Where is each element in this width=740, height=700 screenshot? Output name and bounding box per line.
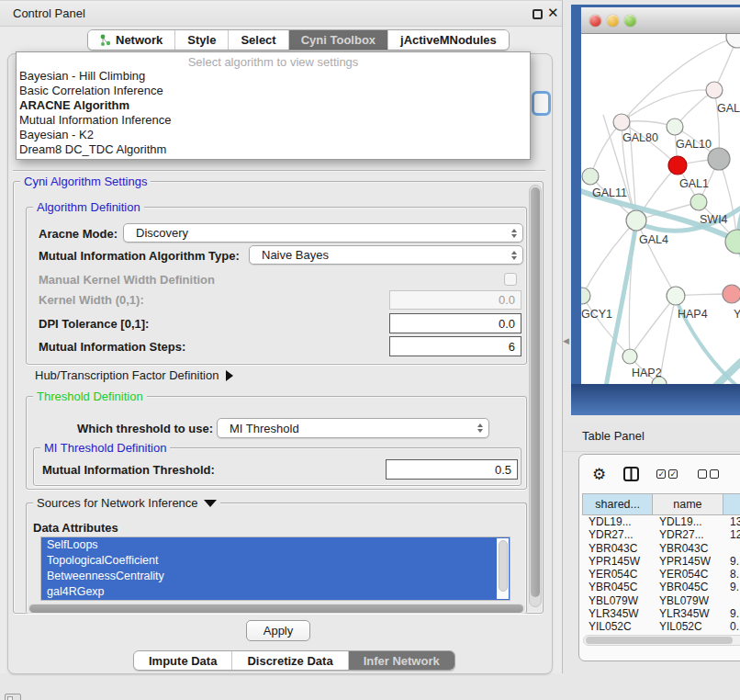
apply-button[interactable]: Apply (246, 620, 310, 641)
table-cell: YBR045C (653, 581, 723, 593)
tab-jactivemnodules[interactable]: jActiveMNodules (388, 30, 509, 50)
tab-infer-network[interactable]: Infer Network (349, 651, 454, 670)
table-row[interactable]: YDL19...YDL19...13 (582, 515, 740, 528)
which-threshold-combo[interactable]: MI Threshold (217, 418, 489, 438)
which-threshold-value: MI Threshold (218, 422, 472, 435)
kernel-width-field[interactable]: 0.0 (389, 290, 521, 310)
network-window-titlebar[interactable] (581, 7, 740, 34)
mi-threshold-field[interactable]: 0.5 (386, 459, 518, 480)
dpi-tolerance-field[interactable]: 0.0 (389, 313, 521, 333)
tab-style[interactable]: Style (175, 30, 229, 50)
attributes-horizontal-scrollbar[interactable] (28, 604, 525, 614)
tab-label: Network (116, 33, 163, 47)
node-label-gal10: GAL10 (676, 138, 712, 151)
network-edge[interactable] (719, 159, 737, 242)
network-node-gal11[interactable] (582, 168, 599, 185)
aracne-mode-combo[interactable]: Discovery (123, 223, 523, 243)
minimized-panel-icon[interactable] (5, 694, 21, 700)
algorithm-option[interactable]: Bayesian - K2 (17, 128, 530, 142)
network-node-top-partial[interactable] (726, 34, 740, 48)
tab-select[interactable]: Select (229, 30, 288, 50)
aracne-mode-label: Aracne Mode: (39, 227, 118, 241)
attribute-item[interactable]: SelfLoops (41, 537, 510, 553)
table-cell: YBR045C (582, 581, 653, 593)
network-node-grayn[interactable] (708, 148, 730, 170)
algorithm-option[interactable]: Basic Correlation Inference (17, 84, 530, 98)
mi-type-label: Mutual Information Algorithm Type: (39, 249, 240, 263)
tab-impute-data[interactable]: Impute Data (134, 651, 232, 670)
table-row[interactable]: YBL079WYBL079W (582, 594, 740, 607)
mi-type-combo[interactable]: Naive Bayes (249, 245, 523, 265)
network-node-red[interactable] (668, 156, 687, 175)
close-window-icon[interactable] (589, 15, 601, 27)
algorithm-dropdown-placeholder: Select algorithm to view settings (17, 52, 530, 69)
attribute-item[interactable]: gal4RGexp (41, 584, 510, 600)
network-node-hap2[interactable] (622, 349, 637, 364)
table-toolbar: ⚙ ✓✓ (579, 455, 740, 493)
mi-steps-field[interactable]: 6 (389, 336, 521, 356)
network-node-gal7[interactable] (706, 82, 723, 98)
settings-vertical-scrollbar[interactable] (529, 185, 542, 607)
data-attributes-list[interactable]: SelfLoopsTopologicalCoefficientBetweenne… (40, 536, 510, 601)
table-row[interactable]: YLR345WYLR345W9. (582, 607, 740, 620)
network-node-gal10[interactable] (667, 119, 683, 135)
hub-definition-expander[interactable]: Hub/Transcription Factor Definition (35, 368, 233, 382)
network-edge[interactable] (659, 296, 676, 384)
tab-discretize-data[interactable]: Discretize Data (232, 651, 348, 670)
float-panel-icon[interactable] (533, 9, 543, 19)
tab-label: Cyni Toolbox (301, 33, 376, 47)
minimize-window-icon[interactable] (607, 15, 619, 27)
algorithm-option[interactable]: Bayesian - Hill Climbing (17, 69, 530, 84)
network-node-hap4[interactable] (667, 287, 685, 305)
zoom-window-icon[interactable] (624, 15, 636, 27)
column-header-shared...[interactable]: shared... (583, 494, 653, 514)
table-cell: YBL079W (582, 594, 653, 607)
network-node-gal1n[interactable] (690, 194, 707, 210)
network-view-window: GALGAL80GAL10GAL1GAL11SWI4GAL4GCY1HAP4YH… (571, 5, 740, 415)
algorithm-option[interactable]: Dream8 DC_TDC Algorithm (17, 142, 530, 157)
column-header-name[interactable]: name (653, 494, 723, 514)
unchecked-pair-icon[interactable] (698, 469, 722, 479)
split-columns-icon[interactable] (623, 467, 639, 481)
node-label-gal11: GAL11 (592, 186, 627, 199)
table-cell: YDL19... (653, 515, 723, 528)
network-edge[interactable] (590, 122, 622, 176)
inference-algorithm-combo-fragment[interactable] (532, 91, 551, 116)
attribute-item[interactable]: TopologicalCoefficient (41, 553, 510, 569)
gear-icon[interactable]: ⚙ (592, 465, 606, 484)
column-header-clipped[interactable] (723, 494, 740, 514)
table-cell: YIL052C (582, 620, 653, 633)
table-row[interactable]: YER054CYER054C8. (582, 568, 740, 581)
manual-kernel-checkbox[interactable] (504, 273, 517, 286)
network-node-gal80[interactable] (613, 114, 630, 130)
attributes-vertical-scrollbar[interactable] (497, 538, 509, 599)
tab-network[interactable]: Network (88, 30, 175, 50)
node-table[interactable]: shared...name YDL19...YDL19...13YDR27...… (582, 493, 740, 634)
node-label-swi4: SWI4 (700, 213, 728, 226)
expand-right-icon (226, 370, 233, 381)
table-row[interactable]: YBR043CYBR043C (582, 542, 740, 555)
splitter-collapse-icon[interactable]: ◀ (563, 336, 569, 345)
table-row[interactable]: YDR27...YDR27...12 (582, 528, 740, 541)
table-row[interactable]: YBR045CYBR045C9. (582, 581, 740, 593)
close-panel-icon[interactable]: ✕ (547, 5, 559, 21)
tab-cyni-toolbox[interactable]: Cyni Toolbox (289, 30, 388, 50)
sources-group-header[interactable]: Sources for Network Inference (33, 496, 220, 510)
network-edge[interactable] (622, 90, 714, 122)
mi-threshold-group-title: MI Threshold Definition (40, 441, 170, 455)
checked-pair-icon[interactable]: ✓✓ (656, 469, 680, 479)
table-cell: YBL079W (653, 594, 723, 607)
attribute-item[interactable]: BetweennessCentrality (41, 569, 510, 584)
algorithm-option[interactable]: ARACNE Algorithm (17, 98, 530, 113)
algorithm-option[interactable]: Mutual Information Inference (17, 113, 530, 128)
table-horizontal-scrollbar[interactable] (583, 635, 740, 646)
network-node-gal4[interactable] (626, 210, 646, 231)
table-row[interactable]: YPR145WYPR145W9. (582, 555, 740, 568)
node-label-y: Y (734, 308, 740, 321)
table-cell: YLR345W (582, 607, 653, 620)
table-row[interactable]: YIL052CYIL052C0. (582, 620, 740, 633)
network-canvas[interactable]: GALGAL80GAL10GAL1GAL11SWI4GAL4GCY1HAP4YH… (581, 34, 740, 384)
network-node-gcy1[interactable] (581, 288, 590, 304)
network-node-salmon[interactable] (723, 285, 740, 303)
table-cell: 12 (723, 528, 740, 541)
